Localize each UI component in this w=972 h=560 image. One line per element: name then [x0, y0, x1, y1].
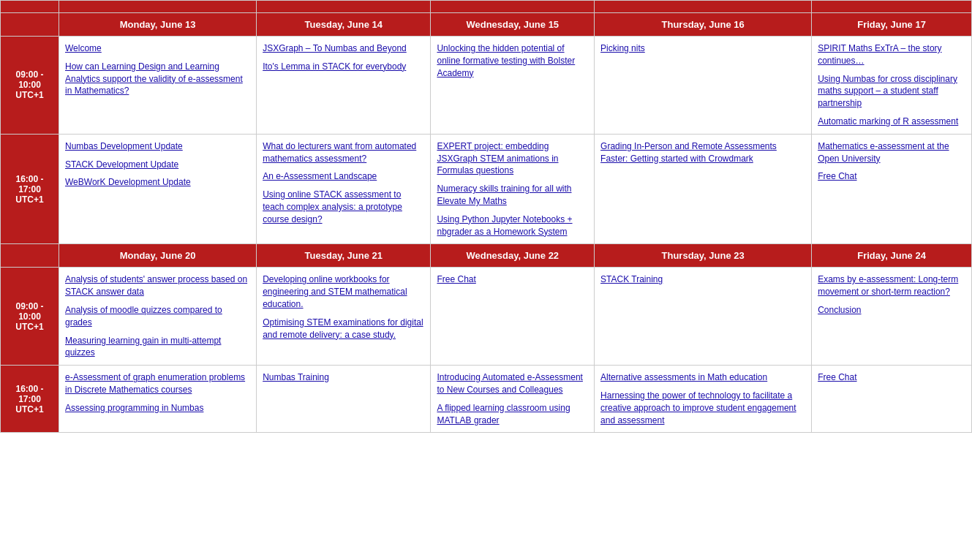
row-week2-morning: 09:00 - 10:00 UTC+1Analysis of students'…: [1, 268, 972, 366]
week1-day-3: Wednesday, June 15: [431, 13, 595, 37]
header-mon13: [59, 1, 257, 13]
session-link[interactable]: Grading In-Person and Remote Assessments…: [600, 140, 805, 165]
session-link[interactable]: An e-Assessment Landscape: [263, 170, 424, 183]
session-link[interactable]: Harnessing the power of technology to fa…: [600, 390, 805, 426]
cell-week1-afternoon-1: What do lecturers want from automated ma…: [257, 134, 431, 244]
week2-day-4: Thursday, June 23: [595, 244, 812, 268]
session-link[interactable]: Free Chat: [818, 170, 965, 183]
session-link[interactable]: Alternative assessments in Math educatio…: [600, 371, 805, 384]
session-link[interactable]: Analysis of moodle quizzes compared to g…: [65, 304, 250, 329]
week1-day-5: Friday, June 17: [812, 13, 972, 37]
schedule-table: Monday, June 13Tuesday, June 14Wednesday…: [0, 0, 972, 433]
col-time-header2: [1, 244, 59, 268]
session-link[interactable]: Picking nits: [600, 42, 805, 55]
session-link[interactable]: Numeracy skills training for all with El…: [437, 183, 588, 208]
session-link[interactable]: Numbas Development Update: [65, 140, 250, 153]
session-link[interactable]: Free Chat: [437, 273, 588, 286]
session-link[interactable]: A flipped learning classroom using MATLA…: [437, 402, 588, 427]
session-link[interactable]: How can Learning Design and Learning Ana…: [65, 61, 250, 97]
header-empty: [1, 1, 59, 13]
cell-week2-morning-2: Free Chat: [431, 268, 595, 366]
session-link[interactable]: Automatic marking of R assessment: [818, 116, 965, 128]
cell-week1-morning-2: Unlocking the hidden potential of online…: [431, 37, 595, 135]
week2-day-1: Monday, June 20: [59, 244, 257, 268]
cell-week2-morning-1: Developing online workbooks for engineer…: [257, 268, 431, 366]
week2-header: Monday, June 20Tuesday, June 21Wednesday…: [1, 244, 972, 268]
time-cell-week2-morning: 09:00 - 10:00 UTC+1: [1, 268, 59, 366]
cell-week1-morning-1: JSXGraph – To Numbas and BeyondIto's Lem…: [257, 37, 431, 135]
week2-day-3: Wednesday, June 22: [431, 244, 595, 268]
session-link[interactable]: Mathematics e-assessment at the Open Uni…: [818, 140, 965, 165]
session-link[interactable]: STACK Training: [600, 273, 805, 286]
session-link[interactable]: Assessing programming in Numbas: [65, 402, 250, 415]
week1-header: Monday, June 13Tuesday, June 14Wednesday…: [1, 13, 972, 37]
session-link[interactable]: Free Chat: [818, 371, 965, 384]
week1-day-1: Monday, June 13: [59, 13, 257, 37]
header-tue14: [257, 1, 431, 13]
session-link[interactable]: What do lecturers want from automated ma…: [263, 140, 424, 165]
session-link[interactable]: WeBWorK Development Update: [65, 176, 250, 189]
cell-week1-morning-0: WelcomeHow can Learning Design and Learn…: [59, 37, 257, 135]
session-link[interactable]: Optimising STEM examinations for digital…: [263, 317, 424, 341]
cell-week1-afternoon-3: Grading In-Person and Remote Assessments…: [595, 134, 812, 244]
cell-week2-morning-0: Analysis of students' answer process bas…: [59, 268, 257, 366]
cell-week2-afternoon-0: e-Assessment of graph enumeration proble…: [59, 366, 257, 433]
cell-week2-afternoon-1: Numbas Training: [257, 366, 431, 433]
session-link[interactable]: STACK Development Update: [65, 159, 250, 171]
cell-week1-afternoon-2: EXPERT project: embedding JSXGraph STEM …: [431, 134, 595, 244]
cell-week2-morning-4: Exams by e-assessment: Long-term movemen…: [812, 268, 972, 366]
session-link[interactable]: SPIRIT Maths ExTrA – the story continues…: [818, 42, 965, 67]
session-link[interactable]: Numbas Training: [263, 371, 424, 384]
week1-day-2: Tuesday, June 14: [257, 13, 431, 37]
time-cell-week1-afternoon: 16:00 - 17:00 UTC+1: [1, 134, 59, 244]
session-link[interactable]: Unlocking the hidden potential of online…: [437, 42, 588, 79]
cell-week1-afternoon-0: Numbas Development UpdateSTACK Developme…: [59, 134, 257, 244]
session-link[interactable]: e-Assessment of graph enumeration proble…: [65, 371, 250, 396]
cell-week1-morning-3: Picking nits: [595, 37, 812, 135]
session-link[interactable]: Welcome: [65, 42, 250, 55]
col-time-header: [1, 13, 59, 37]
row-week2-afternoon: 16:00 - 17:00 UTC+1e-Assessment of graph…: [1, 366, 972, 433]
cell-week1-afternoon-4: Mathematics e-assessment at the Open Uni…: [812, 134, 972, 244]
week1-day-4: Thursday, June 16: [595, 13, 812, 37]
session-link[interactable]: Ito's Lemma in STACK for everybody: [263, 61, 424, 73]
week1-header-row: [1, 1, 972, 13]
week2-day-5: Friday, June 24: [812, 244, 972, 268]
row-week1-morning: 09:00 - 10:00 UTC+1WelcomeHow can Learni…: [1, 37, 972, 135]
session-link[interactable]: Developing online workbooks for engineer…: [263, 273, 424, 310]
time-cell-week1-morning: 09:00 - 10:00 UTC+1: [1, 37, 59, 135]
cell-week2-afternoon-4: Free Chat: [812, 366, 972, 433]
header-fri17: [812, 1, 972, 13]
session-link[interactable]: JSXGraph – To Numbas and Beyond: [263, 42, 424, 55]
session-link[interactable]: Introducing Automated e-Assessment to Ne…: [437, 371, 588, 396]
session-link[interactable]: Conclusion: [818, 304, 965, 317]
header-wed15: [431, 1, 595, 13]
cell-week1-morning-4: SPIRIT Maths ExTrA – the story continues…: [812, 37, 972, 135]
time-cell-week2-afternoon: 16:00 - 17:00 UTC+1: [1, 366, 59, 433]
session-link[interactable]: EXPERT project: embedding JSXGraph STEM …: [437, 140, 588, 177]
cell-week2-afternoon-3: Alternative assessments in Math educatio…: [595, 366, 812, 433]
cell-week2-morning-3: STACK Training: [595, 268, 812, 366]
row-week1-afternoon: 16:00 - 17:00 UTC+1Numbas Development Up…: [1, 134, 972, 244]
session-link[interactable]: Using online STACK assessment to teach c…: [263, 189, 424, 225]
session-link[interactable]: Analysis of students' answer process bas…: [65, 273, 250, 298]
session-link[interactable]: Measuring learning gain in multi-attempt…: [65, 335, 250, 360]
week2-day-2: Tuesday, June 21: [257, 244, 431, 268]
header-thu16: [595, 1, 812, 13]
session-link[interactable]: Exams by e-assessment: Long-term movemen…: [818, 273, 965, 298]
session-link[interactable]: Using Python Jupyter Notebooks + nbgrade…: [437, 213, 588, 238]
cell-week2-afternoon-2: Introducing Automated e-Assessment to Ne…: [431, 366, 595, 433]
session-link[interactable]: Using Numbas for cross disciplinary math…: [818, 73, 965, 110]
